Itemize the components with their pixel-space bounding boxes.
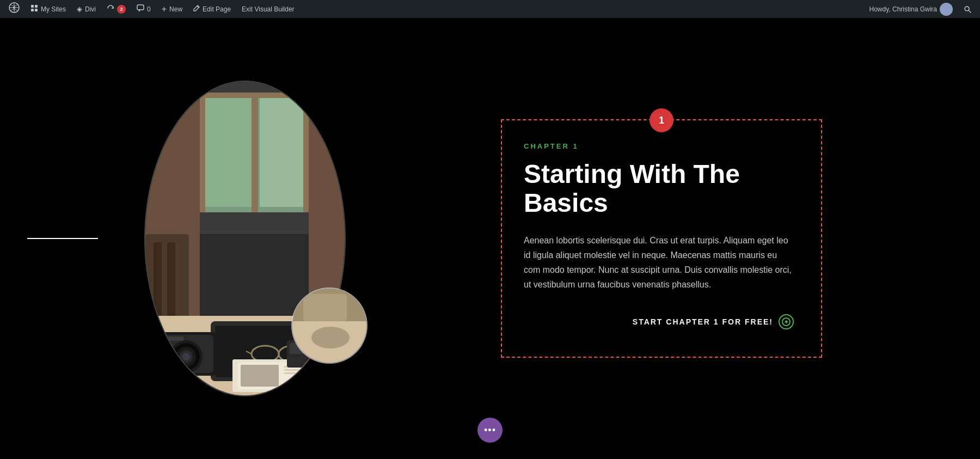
circle-overlay-svg [292, 289, 367, 364]
svg-point-8 [942, 10, 950, 15]
chapter-number-badge: 1 [650, 108, 673, 132]
svg-rect-43 [162, 336, 183, 341]
svg-rect-17 [200, 93, 205, 212]
svg-rect-4 [31, 9, 34, 11]
chapter-number: 1 [659, 115, 664, 126]
svg-point-7 [944, 5, 948, 9]
svg-rect-14 [260, 98, 303, 207]
user-greeting[interactable]: Howdy, Christina Gwira [865, 0, 957, 18]
chapter-title: Starting With The Basics [524, 160, 794, 218]
main-content: 1 CHAPTER 1 Starting With The Basics Aen… [0, 18, 980, 459]
circle-overlay [291, 287, 367, 364]
wordpress-icon [9, 2, 20, 16]
dots-icon: ••• [484, 425, 496, 436]
svg-point-50 [311, 327, 350, 348]
svg-rect-3 [35, 5, 38, 8]
comments-icon [137, 4, 144, 14]
chapter-label: CHAPTER 1 [524, 142, 794, 150]
oval-image-container [144, 81, 346, 396]
left-section [0, 18, 490, 459]
cta-arrow-icon [779, 314, 794, 329]
edit-page-button[interactable]: Edit Page [189, 0, 235, 18]
svg-point-42 [182, 353, 190, 360]
comments-count: 0 [147, 5, 151, 13]
chapter-cta[interactable]: START CHAPTER 1 FOR FREE! [524, 314, 794, 329]
horizontal-line-decoration [27, 238, 98, 239]
updates-button[interactable]: 2 [102, 0, 130, 18]
divi-label: Divi [85, 5, 96, 13]
svg-rect-2 [31, 5, 34, 8]
svg-rect-5 [35, 9, 38, 11]
svg-rect-48 [303, 294, 347, 321]
my-sites-icon [30, 4, 38, 14]
greeting-text: Howdy, Christina Gwira [869, 5, 937, 13]
svg-rect-35 [284, 372, 322, 374]
svg-rect-22 [154, 242, 162, 340]
user-avatar [940, 3, 953, 16]
svg-rect-13 [205, 98, 254, 207]
my-sites-button[interactable]: My Sites [26, 0, 70, 18]
new-label: New [169, 5, 182, 13]
svg-rect-34 [284, 369, 320, 371]
divi-button[interactable]: ◈ Divi [72, 0, 100, 18]
my-sites-label: My Sites [41, 5, 66, 13]
dots-menu-button[interactable]: ••• [477, 418, 503, 443]
right-section: 1 CHAPTER 1 Starting With The Basics Aen… [490, 18, 980, 459]
svg-rect-18 [303, 93, 309, 212]
updates-badge: 2 [117, 5, 126, 14]
cta-text: START CHAPTER 1 FOR FREE! [633, 317, 773, 326]
search-button[interactable] [959, 0, 976, 18]
new-button[interactable]: + New [157, 0, 187, 18]
edit-icon [193, 5, 200, 13]
admin-bar-right: Howdy, Christina Gwira [865, 0, 976, 18]
chapter-card: 1 CHAPTER 1 Starting With The Basics Aen… [501, 119, 822, 357]
svg-rect-32 [241, 365, 279, 387]
admin-bar: My Sites ◈ Divi 2 0 + New [0, 0, 980, 18]
svg-rect-6 [137, 5, 144, 10]
divi-icon: ◈ [77, 5, 82, 13]
exit-visual-builder-label: Exit Visual Builder [242, 5, 295, 13]
edit-page-label: Edit Page [203, 5, 231, 13]
svg-rect-16 [252, 93, 258, 212]
chapter-body: Aenean lobortis scelerisque dui. Cras ut… [524, 233, 794, 292]
wp-logo-button[interactable] [4, 0, 24, 18]
exit-visual-builder-button[interactable]: Exit Visual Builder [237, 0, 299, 18]
updates-icon [107, 4, 114, 14]
new-icon: + [162, 4, 167, 14]
comments-button[interactable]: 0 [132, 0, 155, 18]
